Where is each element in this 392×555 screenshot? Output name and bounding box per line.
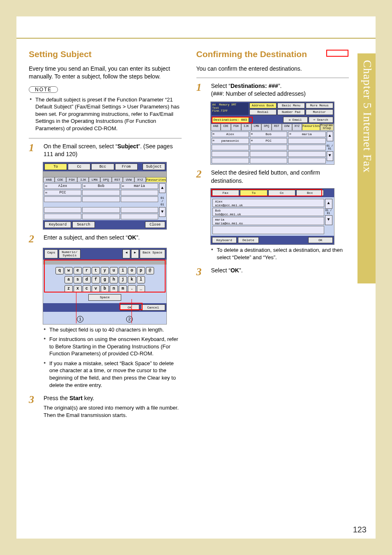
key-space[interactable]: Space: [88, 294, 121, 301]
key-s[interactable]: s: [74, 276, 82, 283]
key-r[interactable]: r: [83, 267, 91, 274]
cursor-left-button[interactable]: ◀: [122, 249, 130, 258]
contact-cell[interactable]: Bob: [250, 131, 287, 137]
contact-cell[interactable]: [212, 158, 249, 164]
contact-cell[interactable]: [250, 151, 287, 157]
contact-cell[interactable]: PCC: [44, 190, 81, 196]
alpha-tab[interactable]: UVW: [282, 124, 292, 131]
key-n[interactable]: n: [110, 285, 118, 292]
key-underscore[interactable]: _: [137, 285, 145, 292]
contact-cell[interactable]: [121, 190, 158, 196]
destination-entry[interactable]: Bob bob@pcc.mei.uk: [212, 208, 324, 216]
alpha-tab[interactable]: UVW: [123, 177, 134, 182]
key-f[interactable]: f: [92, 276, 100, 283]
destination-entry[interactable]: Alex alex@pcc.mei.uk: [212, 199, 324, 207]
caps-button[interactable]: Caps: [44, 249, 58, 258]
contact-cell[interactable]: Alex: [212, 131, 249, 137]
scroll-up-icon[interactable]: ▲: [159, 183, 166, 193]
more-menus-button[interactable]: More Menus: [306, 103, 333, 108]
tab-cc[interactable]: Cc: [68, 164, 90, 170]
numeric-symbols-button[interactable]: Numeric/ Symbols: [59, 249, 80, 258]
basic-menu-button[interactable]: Basic Menu: [277, 103, 305, 108]
tab-to[interactable]: To: [44, 164, 67, 170]
key-l[interactable]: l: [137, 276, 145, 283]
email-button[interactable]: ✉ Email: [283, 117, 308, 123]
alpha-tab[interactable]: FGH: [231, 124, 241, 131]
alpha-tab-favourites[interactable]: Favourites: [146, 177, 166, 182]
number-pad-button[interactable]: Number Pad: [277, 109, 305, 115]
tab-from[interactable]: From: [115, 164, 138, 170]
key-w[interactable]: w: [65, 267, 73, 274]
contact-cell[interactable]: [121, 207, 158, 213]
key-v[interactable]: v: [92, 285, 100, 292]
alpha-tab[interactable]: OPQ: [100, 177, 112, 182]
contact-cell[interactable]: [121, 196, 158, 202]
monitor-button[interactable]: Monitor: [306, 109, 333, 115]
address-book-button[interactable]: Address Book: [249, 103, 277, 108]
contact-cell[interactable]: [82, 214, 120, 219]
contact-cell[interactable]: PCC: [250, 138, 287, 144]
alpha-tab[interactable]: CDE: [55, 177, 66, 182]
alpha-tab[interactable]: #AB: [211, 124, 221, 131]
ok-button[interactable]: OK: [120, 304, 140, 311]
alpha-tab[interactable]: CDE: [221, 124, 231, 131]
cancel-button[interactable]: Cancel: [141, 304, 165, 311]
contact-cell[interactable]: [288, 145, 325, 150]
contact-cell[interactable]: [44, 214, 81, 219]
contact-cell[interactable]: [250, 158, 287, 164]
contact-cell[interactable]: [212, 145, 249, 150]
key-a[interactable]: a: [65, 276, 73, 283]
alpha-tab[interactable]: LMN: [251, 124, 262, 131]
scroll-down-icon[interactable]: ▼: [327, 151, 333, 161]
contact-cell[interactable]: [82, 207, 120, 213]
key-q[interactable]: q: [55, 267, 64, 274]
tab-cc[interactable]: Cc: [268, 190, 296, 196]
scroll-up-icon[interactable]: ▲: [325, 199, 332, 209]
key-c[interactable]: c: [83, 285, 91, 292]
alpha-tab[interactable]: IJK: [77, 177, 89, 182]
keyboard-button[interactable]: Keyboard: [212, 237, 237, 243]
key-h[interactable]: h: [110, 276, 118, 283]
scroll-up-icon[interactable]: ▲: [327, 131, 333, 141]
contact-cell[interactable]: [288, 138, 325, 144]
key-z[interactable]: z: [65, 285, 73, 292]
contact-cell[interactable]: Bob: [82, 183, 120, 189]
alpha-tab[interactable]: LMN: [89, 177, 100, 182]
contact-cell[interactable]: [212, 151, 249, 157]
backspace-button[interactable]: Back Space: [140, 249, 165, 258]
key-e[interactable]: e: [74, 267, 82, 274]
key-b[interactable]: b: [101, 285, 109, 292]
tab-bcc[interactable]: Bcc: [296, 190, 324, 196]
search-button[interactable]: Search: [72, 221, 95, 228]
key-k[interactable]: k: [128, 276, 136, 283]
key-p[interactable]: p: [137, 267, 145, 274]
alpha-tab[interactable]: RST: [272, 124, 282, 131]
tab-to[interactable]: To: [240, 190, 267, 196]
tab-subject[interactable]: Subject: [143, 164, 165, 170]
key-j[interactable]: j: [119, 276, 127, 283]
contact-cell[interactable]: [44, 196, 81, 202]
program-group-tab[interactable]: Program/ Group: [320, 124, 334, 131]
contact-cell[interactable]: [82, 190, 120, 196]
scroll-down-icon[interactable]: ▼: [159, 207, 166, 217]
contact-cell[interactable]: [250, 145, 287, 150]
tab-bcc[interactable]: Bcc: [91, 164, 114, 170]
contact-cell[interactable]: maria: [288, 131, 325, 137]
contact-cell[interactable]: [44, 207, 81, 213]
contact-cell[interactable]: [82, 196, 120, 202]
contact-cell[interactable]: panasonic: [212, 138, 249, 144]
alpha-tab[interactable]: OPQ: [261, 124, 272, 131]
destinations-counter[interactable]: Destinations: 003: [212, 117, 249, 123]
delete-button[interactable]: Delete: [238, 237, 259, 243]
key-y[interactable]: y: [101, 267, 109, 274]
contact-cell[interactable]: [121, 214, 158, 219]
key-u[interactable]: u: [110, 267, 118, 274]
keyboard-button[interactable]: Keyboard: [44, 221, 71, 228]
cursor-right-button[interactable]: ▶: [131, 249, 139, 258]
alpha-tab[interactable]: XYZ: [134, 177, 146, 182]
alpha-tab[interactable]: FGH: [66, 177, 78, 182]
search-button[interactable]: ⌨ Search: [309, 117, 333, 123]
key-g[interactable]: g: [101, 276, 109, 283]
alpha-tab[interactable]: RST: [112, 177, 123, 182]
contact-cell[interactable]: Alex: [44, 183, 81, 189]
